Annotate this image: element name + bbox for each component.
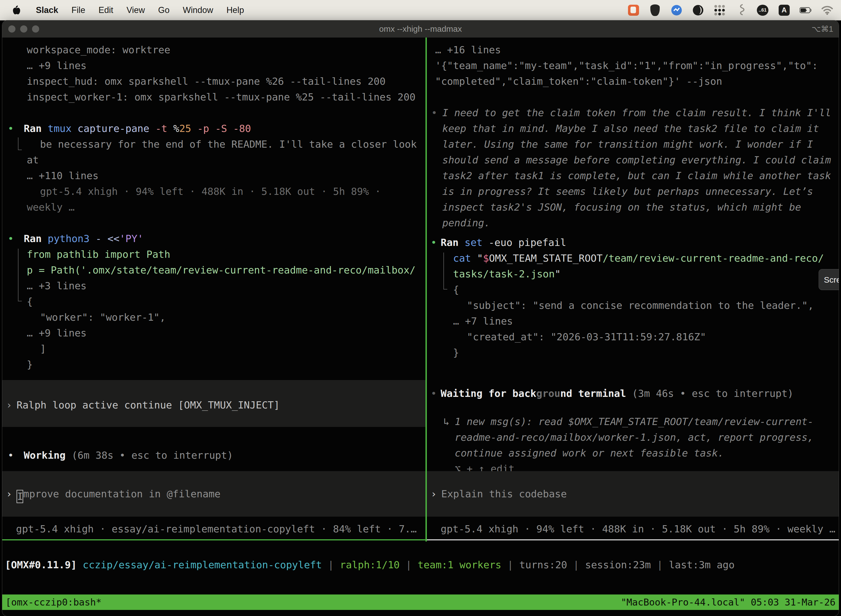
collapsed-lines-indicator: … +110 lines	[2, 168, 425, 183]
session-duration: session:23m	[585, 559, 651, 571]
env-var-token: OMX_TEAM_STATE_ROOT	[489, 252, 603, 264]
minimize-window-button[interactable]	[20, 25, 27, 32]
run-bullet-icon: •	[8, 120, 14, 136]
waiting-status-line: •Waiting for background terminal (3m 46s…	[427, 386, 839, 401]
ran-label: Ran	[24, 233, 42, 244]
menu-app-name[interactable]: Slack	[36, 5, 58, 15]
quote-token: "	[477, 252, 483, 264]
menu-item-file[interactable]: File	[72, 5, 85, 15]
ralph-loop-line: ›Ralph loop active continue [OMX_TMUX_IN…	[2, 397, 425, 413]
menu-item-edit[interactable]: Edit	[98, 5, 113, 15]
output-line: inspect_worker-1: omx sparkshell --tmux-…	[2, 89, 425, 105]
collapsed-lines-indicator: … +16 lines	[427, 42, 839, 58]
ran-label: Ran	[24, 123, 42, 134]
command-output-block: be necessary for the end of the README. …	[2, 136, 425, 215]
message-line: continue assigned work or next feasible …	[427, 445, 839, 461]
terminal-window: omx --xhigh --madmax ⌥⌘1 workspace_mode:…	[2, 21, 839, 616]
command-token: cat	[453, 252, 471, 264]
dots-grid-icon[interactable]	[714, 4, 726, 16]
menu-item-window[interactable]: Window	[183, 5, 213, 15]
badge-61-icon[interactable]: ..61	[757, 4, 769, 16]
input-placeholder: mprove documentation in @filename	[23, 488, 220, 500]
heredoc-tag-token: 'PY'	[119, 233, 144, 244]
ran-command-line: •Ran tmux capture-pane -t %25 -p -S -80	[2, 120, 425, 136]
window-shortcut-hint: ⌥⌘1	[812, 24, 833, 34]
ralph-loop-text: Ralph loop active continue [OMX_TMUX_INJ…	[16, 399, 280, 411]
flags-token: -p -S -80	[197, 123, 251, 134]
command-output-block: from pathlib import Path p = Path('.omx/…	[2, 246, 425, 372]
tmux-session-name[interactable]: [omx-cczip0:bash*	[6, 597, 101, 608]
json-line: "subject": "send a concise recommendatio…	[427, 298, 839, 313]
pane-divider[interactable]	[425, 38, 427, 541]
thinking-line: inspect task2's JSON, focusing on the st…	[427, 199, 839, 215]
json-line: ]	[2, 341, 425, 356]
pane-status-line: gpt-5.4 xhigh · essay/ai-reimplementatio…	[16, 521, 417, 537]
path-token: tasks/task-2.json	[453, 268, 555, 280]
waiting-label: Waiting for back	[441, 388, 536, 399]
prompt-chevron-icon: ›	[6, 486, 12, 502]
screen-tooltip: Scre	[819, 269, 839, 290]
json-line: {	[427, 282, 839, 298]
ran-command-line: •Ran python3 - <<'PY'	[2, 231, 425, 246]
hook-icon[interactable]	[735, 4, 747, 16]
command-output-block: cat "$OMX_TEAM_STATE_ROOT/team/review-cu…	[427, 250, 839, 361]
mailbox-message-block: ↳1 new msg(s): read $OMX_TEAM_STATE_ROOT…	[427, 414, 839, 477]
collapsed-lines-indicator: … +9 lines	[2, 325, 425, 341]
input-placeholder: Explain this codebase	[441, 488, 567, 500]
thinking-line: task2 after task1 is complete, but can I…	[427, 168, 839, 183]
last-activity: last:3m ago	[669, 559, 734, 571]
json-line: "worker": "worker-1",	[2, 309, 425, 325]
prompt-chevron-icon: ›	[431, 486, 437, 502]
apple-logo-icon[interactable]	[10, 4, 23, 16]
zoom-window-button[interactable]	[32, 25, 39, 32]
thinking-line: keep that in mind. Maybe I also need the…	[427, 120, 839, 136]
path-token: /team/review-current-readme-and-reco/	[603, 252, 824, 264]
chat-app-icon[interactable]	[627, 4, 640, 16]
json-line: {	[2, 294, 425, 309]
ralph-status-band: ›Ralph loop active continue [OMX_TMUX_IN…	[2, 380, 425, 427]
battery-icon[interactable]	[800, 4, 812, 16]
thinking-line: is in progress? It seems likely but perh…	[427, 183, 839, 199]
window-title: omx --xhigh --madmax	[2, 24, 839, 34]
close-window-button[interactable]	[8, 25, 15, 32]
message-line: readme-and-reco/mailbox/worker-1.json, a…	[427, 430, 839, 445]
output-line: be necessary for the end of the README. …	[2, 136, 425, 152]
pane-id-number: 25	[179, 123, 191, 134]
tmux-status-bar: [omx-cczip0:bash* "MacBook-Pro-44.local"…	[2, 594, 839, 610]
waiting-meta: (3m 46s • esc to interrupt)	[632, 388, 794, 399]
turns-counter: turns:20	[519, 559, 567, 571]
code-line: p = Path('.omx/state/team/review-current…	[2, 262, 425, 278]
output-line: at	[2, 152, 425, 168]
pane-hud[interactable]: workspace_mode: worktree … +9 lines insp…	[2, 38, 425, 540]
prompt-chevron-icon: ›	[6, 397, 12, 413]
menu-item-view[interactable]: View	[126, 5, 145, 15]
code-line: from pathlib import Path	[2, 246, 425, 262]
pane-worker-1[interactable]: … +16 lines '{"team_name":"my-team","tas…	[427, 38, 839, 540]
tmux-panes: workspace_mode: worktree … +9 lines insp…	[2, 38, 839, 541]
prompt-input[interactable]: ›Explain this codebase	[427, 471, 839, 517]
menu-item-go[interactable]: Go	[158, 5, 169, 15]
shield-icon[interactable]	[649, 4, 661, 16]
working-label: Working	[24, 450, 66, 461]
output-line: "completed","claim_token":"claim-token"}…	[427, 73, 839, 89]
status-bullet-icon: •	[8, 447, 14, 463]
omx-version: [OMX#0.11.9]	[5, 559, 77, 571]
quote-token: "	[555, 268, 561, 280]
thinking-line: pending.	[427, 215, 839, 231]
prompt-input[interactable]: ›Improve documentation in @filename	[2, 471, 425, 517]
status-bullet-icon: •	[431, 386, 437, 401]
focus-circle-icon[interactable]	[692, 4, 704, 16]
team-workers: team:1 workers	[418, 559, 501, 571]
menu-item-help[interactable]: Help	[227, 5, 244, 15]
waiting-label: nd terminal	[560, 388, 626, 399]
ralph-counter: ralph:1/10	[340, 559, 400, 571]
input-source-icon[interactable]: A	[778, 4, 790, 16]
command-token: tmux	[48, 123, 72, 134]
speed-badge-icon[interactable]	[671, 4, 683, 16]
run-bullet-icon: •	[431, 235, 437, 250]
command-token: python3	[48, 233, 90, 244]
pane-id-sign: %	[173, 123, 179, 134]
thinking-bullet-icon: •	[431, 105, 437, 120]
wifi-icon[interactable]	[821, 4, 833, 16]
menu-bar: Slack File Edit View Go Window Help ..61…	[0, 0, 841, 21]
